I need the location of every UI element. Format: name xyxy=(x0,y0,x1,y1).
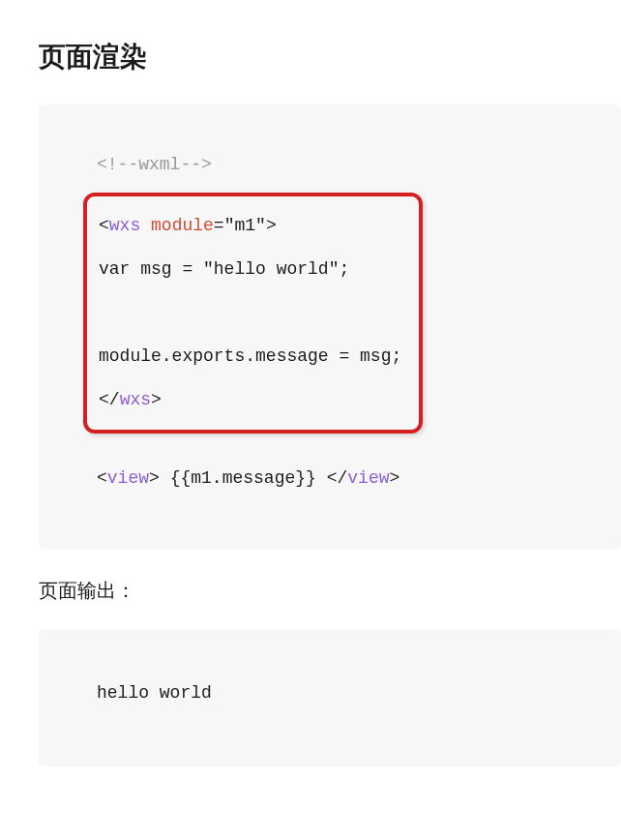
code-line-wxs-close: </wxs> xyxy=(99,378,401,422)
highlight-box: <wxs module="m1"> var msg = "hello world… xyxy=(83,193,423,434)
quote: " xyxy=(224,216,235,235)
angle-bracket: > xyxy=(151,390,162,409)
code-block-wxml: <!--wxml--> <wxs module="m1"> var msg = … xyxy=(39,105,621,549)
tag-view: view xyxy=(107,468,149,488)
angle-bracket: < xyxy=(99,216,109,235)
angle-bracket: > xyxy=(266,216,277,235)
slash: / xyxy=(109,390,120,409)
section-heading: 页面渲染 xyxy=(39,39,621,75)
quote: " xyxy=(255,216,266,235)
angle-bracket: > xyxy=(149,468,160,488)
tag-wxs: wxs xyxy=(109,216,140,235)
code-line-var: var msg = "hello world"; xyxy=(99,248,401,291)
space xyxy=(140,216,151,235)
output-text: hello world xyxy=(97,677,592,708)
angle-bracket: < xyxy=(327,468,338,488)
angle-bracket: < xyxy=(99,390,109,409)
code-block-output: hello world xyxy=(39,629,621,766)
tag-view: view xyxy=(347,468,389,488)
attr-value: m1 xyxy=(234,216,255,235)
doc-container: 页面渲染 <!--wxml--> <wxs module="m1"> var m… xyxy=(0,0,621,766)
code-comment: <!--wxml--> xyxy=(97,143,592,187)
code-line-view: <view> {{m1.message}} </view> xyxy=(97,457,592,500)
tag-wxs: wxs xyxy=(120,390,151,409)
attr-module: module xyxy=(151,216,214,235)
angle-bracket: > xyxy=(390,468,400,488)
slash: / xyxy=(337,468,347,488)
angle-bracket: < xyxy=(97,468,107,488)
code-line-wxs-open: <wxs module="m1"> xyxy=(99,204,401,248)
code-line-blank xyxy=(99,291,401,335)
equals-sign: = xyxy=(214,216,224,235)
code-line-exports: module.exports.message = msg; xyxy=(99,335,401,378)
view-content: {{m1.message}} xyxy=(160,468,327,488)
output-label: 页面输出： xyxy=(39,578,621,604)
